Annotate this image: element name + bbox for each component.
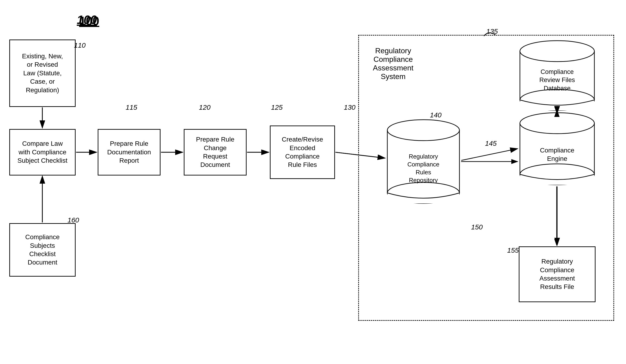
- ref-125: 125: [271, 104, 283, 111]
- ref-100: 100: [77, 13, 97, 27]
- cyl-review-files-db: ComplianceReview FilesDatabase: [519, 39, 595, 111]
- ref-145: 145: [485, 140, 497, 147]
- box-prepare-rule-doc: Prepare RuleDocumentationReport: [98, 129, 160, 176]
- system-label: RegulatoryComplianceAssessmentSystem: [363, 46, 423, 81]
- svg-point-9: [520, 41, 594, 62]
- box-results-file: RegulatoryComplianceAssessmentResults Fi…: [519, 246, 595, 302]
- svg-point-5: [520, 113, 594, 134]
- cyl-rules-repository: RegulatoryComplianceRulesRepository: [386, 118, 461, 205]
- box-compare-law: Compare Lawwith ComplianceSubject Checkl…: [9, 129, 76, 176]
- ref-120: 120: [199, 104, 210, 111]
- svg-point-1: [387, 120, 459, 141]
- box-prepare-change-request: Prepare RuleChangeRequestDocument: [184, 129, 247, 176]
- ref-155: 155: [507, 246, 519, 254]
- ref-115: 115: [126, 104, 137, 111]
- box-checklist-document: ComplianceSubjectsChecklistDocument: [9, 223, 76, 277]
- ref-150: 150: [471, 223, 483, 231]
- ref-135: 135: [486, 27, 498, 35]
- box-existing-law: Existing, New,or RevisedLaw (Statute,Cas…: [9, 39, 76, 107]
- ref-160: 160: [68, 216, 79, 224]
- box-create-revise-rules: Create/ReviseEncodedComplianceRule Files: [270, 126, 335, 179]
- diagram-container: 100 RegulatoryComplianceAssessmentSystem…: [0, 0, 626, 364]
- ref-130: 130: [344, 104, 355, 111]
- ref-140: 140: [430, 111, 441, 119]
- ref-110: 110: [74, 41, 86, 49]
- cyl-compliance-engine: ComplianceEngine: [519, 111, 595, 186]
